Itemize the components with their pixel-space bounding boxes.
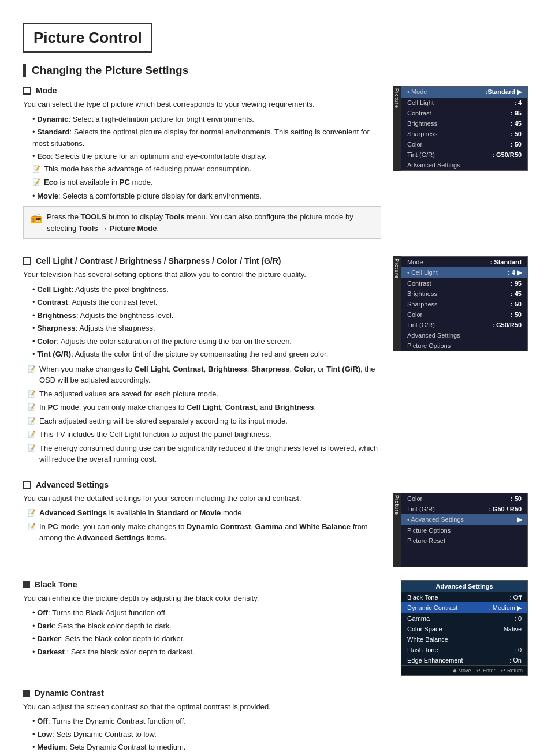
mode-section: Mode You can select the type of picture …: [23, 86, 528, 244]
note-icon: 📝: [32, 164, 40, 175]
black-tone-desc: You can enhance the picture depth by adj…: [23, 593, 389, 604]
adv-row: Flash Tone: 0: [401, 645, 527, 655]
tv2-row: Mode: Standard: [401, 257, 527, 267]
tv2-screen: Mode: Standard • Cell Light : 4 ▶ Contra…: [401, 256, 528, 351]
tools-note-text: Press the TOOLS button to display Tools …: [47, 211, 374, 234]
adv-screen-wrapper: Advanced Settings Black Tone: Off Dynami…: [401, 580, 528, 676]
dynamic-contrast-list: Off: Turns the Dynamic Contrast function…: [23, 716, 528, 756]
list-item: Darker: Sets the black color depth to da…: [32, 633, 389, 645]
tv1-row: Cell Light: 4: [401, 98, 527, 108]
cell-section: Cell Light / Contrast / Brightness / Sha…: [23, 256, 528, 467]
eco-note1: This mode has the advantage of reducing …: [44, 163, 251, 175]
tv2-row: Contrast: 95: [401, 278, 527, 289]
list-item: Darkest : Sets the black color depth to …: [32, 646, 389, 658]
adv-row: Gamma: 0: [401, 613, 527, 624]
list-item: Dynamic: Select a high-definition pictur…: [32, 114, 381, 125]
dynamic-contrast-heading: Dynamic Contrast: [35, 688, 104, 698]
tv1-row: Contrast: 95: [401, 108, 527, 118]
adv-footer: ◆ Move ↵ Enter ↩ Return: [401, 665, 527, 675]
tv1-row: Sharpness: 50: [401, 129, 527, 139]
black-tone-square-icon: [23, 581, 30, 588]
dynamic-contrast-section: Dynamic Contrast You can adjust the scre…: [23, 688, 528, 757]
list-item: Eco: Selects the picture for an optimum …: [32, 151, 381, 188]
tv1-row: Tint (G/R): G50/R50: [401, 149, 527, 160]
cell-note2: 📝 The adjusted values are saved for each…: [23, 388, 381, 400]
tv2-row: Color: 50: [401, 309, 527, 320]
tv3-row: Color: 50: [401, 493, 527, 504]
mode-heading: Mode: [36, 86, 57, 95]
note-box-icon: 📻: [31, 211, 42, 225]
tv2-row: Sharpness: 50: [401, 299, 527, 309]
tv3-row-adv: • Advanced Settings ▶: [401, 514, 527, 525]
cell-note5: 📝 This TV includes the Cell Light functi…: [23, 429, 381, 440]
adv-row: Edge Enhancement: On: [401, 655, 527, 665]
list-item: Tint (G/R): Adjusts the color tint of th…: [32, 349, 381, 360]
cell-note1: 📝 When you make changes to Cell Light, C…: [23, 364, 381, 386]
cell-bullet-list: Cell Light: Adjusts the pixel brightness…: [23, 284, 381, 360]
tv3-row: Tint (G/R): G50 / R50: [401, 504, 527, 514]
tv1-row: Advanced Settings: [401, 160, 527, 170]
tv2-row: Tint (G/R): G50/R50: [401, 320, 527, 330]
cell-heading: Cell Light / Contrast / Brightness / Sha…: [36, 256, 281, 265]
tv2-row-cell: • Cell Light : 4 ▶: [401, 267, 527, 278]
page-title: Picture Control: [23, 23, 152, 53]
list-item: Contrast: Adjusts the contrast level.: [32, 297, 381, 308]
cell-desc: Your television has several setting opti…: [23, 269, 381, 280]
cell-note6: 📝 The energy consumed during use can be …: [23, 443, 381, 465]
note-icon: 📝: [32, 177, 40, 188]
tv2-row: Picture Options: [401, 340, 527, 351]
list-item: Movie: Selects a comfortable picture dis…: [32, 190, 381, 202]
tv3-screen: Color: 50 Tint (G/R): G50 / R50 • Advanc…: [401, 493, 528, 567]
list-item: Medium: Sets Dynamic Contrast to medium.: [32, 742, 528, 753]
tv1-row-mode: • Mode :Standard ▶: [401, 87, 527, 98]
mode-bullet-list: Dynamic: Select a high-definition pictur…: [23, 114, 381, 202]
list-item: Sharpness: Adjusts the sharpness.: [32, 323, 381, 334]
list-item: Standard: Selects the optimal picture di…: [32, 126, 381, 149]
cell-checkbox-icon: [23, 257, 31, 265]
list-item: Off: Turns the Dynamic Contrast function…: [32, 716, 528, 727]
list-item: Dark: Sets the black color depth to dark…: [32, 620, 389, 632]
tv1-screen: • Mode :Standard ▶ Cell Light: 4 Contras…: [401, 86, 528, 171]
list-item: Brightness: Adjusts the brightness level…: [32, 310, 381, 321]
tv2-side-label: Picture: [393, 256, 401, 351]
list-item: Color: Adjusts the color saturation of t…: [32, 336, 381, 347]
tv1-row: Color: 50: [401, 139, 527, 149]
adv-heading: Advanced Settings: [36, 480, 109, 489]
dynamic-contrast-desc: You can adjust the screen contrast so th…: [23, 701, 528, 713]
tv2-row: Advanced Settings: [401, 330, 527, 340]
tv3-wrapper: Picture Color: 50 Tint (G/R): G50 / R50 …: [393, 493, 528, 567]
mode-desc: You can select the type of picture which…: [23, 99, 381, 110]
list-item: Off: Turns the Black Adjust function off…: [32, 607, 389, 619]
adv-desc: You can adjust the detailed settings for…: [23, 493, 381, 504]
black-tone-section: Black Tone You can enhance the picture d…: [23, 580, 528, 676]
tv2-wrapper: Picture Mode: Standard • Cell Light : 4 …: [393, 256, 528, 351]
adv-note2: 📝 In PC mode, you can only make changes …: [23, 521, 381, 544]
tv1-side-label: Picture: [393, 86, 401, 171]
cell-note3: 📝 In PC mode, you can only make changes …: [23, 402, 381, 413]
list-item: Cell Light: Adjusts the pixel brightness…: [32, 284, 381, 295]
adv-section: Advanced Settings You can adjust the det…: [23, 480, 528, 567]
tools-note-box: 📻 Press the TOOLS button to display Tool…: [23, 206, 381, 239]
adv-screen-title: Advanced Settings: [401, 581, 527, 592]
dynamic-contrast-square-icon: [23, 690, 30, 697]
adv-checkbox-icon: [23, 481, 31, 489]
adv-row: Color Space: Native: [401, 624, 527, 634]
adv-row: Black Tone: Off: [401, 592, 527, 602]
tv3-row: Picture Options: [401, 525, 527, 536]
section-title: Changing the Picture Settings: [23, 64, 528, 77]
adv-row: White Balance: [401, 634, 527, 645]
black-tone-heading: Black Tone: [35, 580, 77, 589]
adv-note1: 📝 Advanced Settings is available in Stan…: [23, 507, 381, 519]
adv-row-dynamic: Dynamic Contrast: Medium ▶: [401, 602, 527, 613]
cell-note4: 📝 Each adjusted setting will be stored s…: [23, 416, 381, 427]
tv3-side-label: Picture: [393, 493, 401, 567]
tv2-row: Brightness: 45: [401, 289, 527, 299]
tv1-wrapper: Picture • Mode :Standard ▶ Cell Light: 4…: [393, 86, 528, 171]
list-item: Low: Sets Dynamic Contrast to low.: [32, 729, 528, 740]
tv3-row: Picture Reset: [401, 536, 527, 546]
tv1-row: Brightness: 45: [401, 118, 527, 129]
eco-note2: Eco is not available in PC mode.: [44, 177, 153, 188]
black-tone-list: Off: Turns the Black Adjust function off…: [23, 607, 389, 657]
mode-checkbox-icon: [23, 87, 31, 95]
adv-tv-screen: Advanced Settings Black Tone: Off Dynami…: [401, 580, 528, 676]
